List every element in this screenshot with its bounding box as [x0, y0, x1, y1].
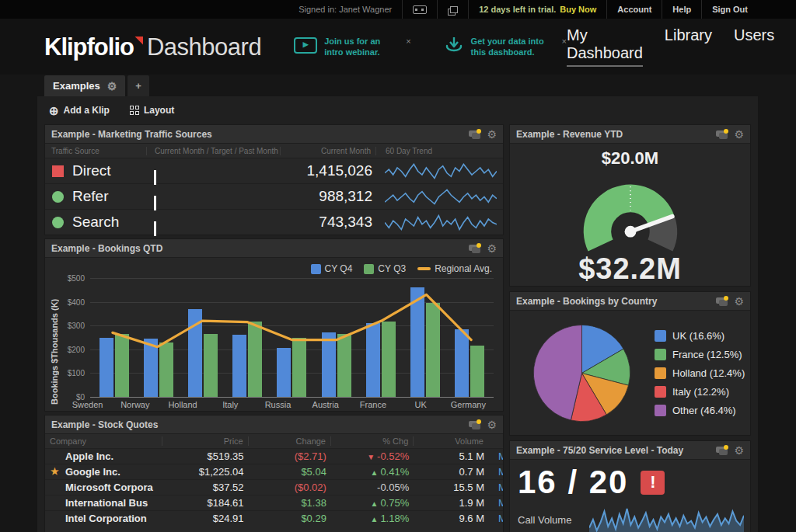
nav-my-dashboard[interactable]: My Dashboard: [567, 26, 643, 67]
add-klip-icon: ⊕: [49, 105, 59, 116]
data-promo-link[interactable]: Get your data into this dashboard. ×: [444, 36, 567, 58]
col-60-day-trend: 60 Day Trend: [375, 147, 503, 155]
stock-volume: 1.9 M: [414, 497, 489, 509]
widget-gear-icon[interactable]: ⚙: [487, 243, 497, 254]
stock-change: $1.38: [249, 497, 331, 509]
trend-sparkline: [375, 161, 503, 182]
add-klip-label: Add a Klip: [64, 105, 110, 116]
stock-row: ★Google Inc.$1,225.04$5.04▲0.41%0.7 MMor…: [45, 464, 503, 479]
stock-company: International Bus: [45, 497, 162, 509]
x-tick-label: Germany: [445, 400, 492, 411]
nav-library[interactable]: Library: [665, 26, 712, 47]
y-axis-ticks: $500$400$300$200$100$0: [62, 278, 90, 397]
account-link[interactable]: Account: [606, 0, 662, 19]
widget-bookings-by-country: Example - Bookings by Country ⚙ UK (16.6…: [509, 291, 751, 436]
webinar-promo-close-icon[interactable]: ×: [406, 36, 410, 47]
tab-examples[interactable]: Examples ⚙: [44, 75, 125, 96]
stock-company: Microsoft Corpora: [45, 482, 162, 493]
windows-button[interactable]: [437, 0, 468, 19]
widget-bookings-qtd: Example - Bookings QTD ⚙ CY Q4CY Q3Regio…: [44, 238, 504, 412]
comments-icon[interactable]: [469, 419, 481, 429]
legend-swatch-icon: [655, 330, 666, 342]
nav-users[interactable]: Users: [734, 26, 774, 47]
screen-icon: [413, 5, 427, 14]
traffic-source-row: Direct1,415,026: [45, 158, 503, 183]
klipfolio-logo[interactable]: Klipfolio Dashboard: [44, 35, 261, 59]
comments-icon[interactable]: [716, 129, 728, 139]
widget-header[interactable]: Example - Marketing Traffic Sources ⚙: [45, 125, 503, 144]
dashboard-tabs: Examples ⚙ +: [0, 75, 796, 96]
x-tick-label: Russia: [254, 400, 302, 411]
comments-icon[interactable]: [716, 296, 728, 306]
comments-icon[interactable]: [716, 445, 728, 455]
trend-sparkline: [375, 186, 503, 207]
tab-examples-label: Examples: [53, 80, 100, 92]
pie-legend-item: France (12.5%): [655, 349, 745, 360]
stock-row: Microsoft Corpora$37.52($0.02)-0.05%15.5…: [45, 479, 503, 495]
stock-more-link[interactable]: More...: [489, 513, 503, 524]
stock-more-link[interactable]: More...: [489, 466, 503, 478]
download-icon: [444, 36, 464, 56]
webinar-promo-link[interactable]: ▶ Join us for an intro webinar. ×: [294, 36, 410, 58]
widget-gear-icon[interactable]: ⚙: [487, 419, 497, 430]
widget-header[interactable]: Example - 75/20 Service Level - Today ⚙: [510, 441, 750, 460]
stock-change: ($0.02): [249, 482, 331, 493]
sign-out-link[interactable]: Sign Out: [701, 0, 758, 19]
stock-pct-change: ▲0.41%: [331, 466, 414, 478]
stock-price: $1,225.04: [162, 466, 248, 478]
stock-row: Intel Corporation$24.91$0.29▲1.18%9.6 MM…: [45, 510, 503, 526]
buy-now-link[interactable]: Buy Now: [560, 5, 596, 14]
stock-more-link[interactable]: More...: [489, 450, 503, 462]
signed-in-text: Signed in: Janet Wagner: [288, 0, 402, 19]
add-tab-button[interactable]: +: [127, 75, 149, 96]
stock-volume: 15.5 M: [414, 482, 489, 493]
legend-swatch-icon: [417, 267, 431, 270]
col-volume: Volume: [413, 436, 488, 446]
help-link[interactable]: Help: [662, 0, 701, 19]
panel-toolbar: ⊕ Add a Klip Layout: [44, 96, 751, 124]
widget-header[interactable]: Example - Stock Quotes ⚙: [45, 416, 503, 434]
col-traffic-source: Traffic Source: [45, 147, 146, 155]
current-month-value: 1,415,026: [280, 162, 375, 179]
x-tick-label: Sweden: [64, 400, 111, 411]
widget-gear-icon[interactable]: ⚙: [487, 129, 497, 140]
y-tick-label: $300: [68, 322, 85, 330]
widget-title: Example - Bookings by Country: [516, 296, 657, 307]
widget-service-level: Example - 75/20 Service Level - Today ⚙ …: [509, 440, 751, 532]
widget-grid: Example - Marketing Traffic Sources ⚙ Tr…: [44, 124, 751, 532]
y-tick-label: $500: [68, 274, 85, 283]
stock-row: International Bus$184.61$1.38▲0.75%1.9 M…: [45, 495, 503, 510]
trial-text: 12 days left in trial.: [479, 5, 556, 14]
y-tick-label: $200: [68, 345, 85, 353]
col-company: Company: [45, 436, 162, 446]
widget-stock-quotes: Example - Stock Quotes ⚙ Company Price C…: [44, 415, 504, 532]
stock-price: $184.61: [162, 497, 248, 509]
widget-header[interactable]: Example - Bookings by Country ⚙: [510, 292, 750, 311]
x-tick-label: Italy: [207, 400, 254, 411]
layout-button[interactable]: Layout: [130, 105, 174, 116]
stock-more-link[interactable]: More...: [489, 482, 503, 493]
webinar-promo-text: Join us for an intro webinar.: [324, 36, 399, 58]
add-a-klip-button[interactable]: ⊕ Add a Klip: [49, 105, 110, 116]
top-bar: Signed in: Janet Wagner 12 days left in …: [0, 0, 796, 19]
widget-header[interactable]: Example - Revenue YTD ⚙: [510, 125, 750, 144]
comments-icon[interactable]: [469, 129, 481, 139]
display-mode-button[interactable]: [402, 0, 437, 19]
stock-change: ($2.71): [249, 450, 331, 462]
widget-gear-icon[interactable]: ⚙: [734, 445, 744, 456]
legend-swatch-icon: [364, 264, 374, 274]
series-swatch-icon: [52, 217, 64, 228]
widget-title: Example - Marketing Traffic Sources: [51, 129, 212, 140]
widget-gear-icon[interactable]: ⚙: [734, 129, 744, 140]
widget-gear-icon[interactable]: ⚙: [734, 296, 744, 307]
legend-swatch-icon: [655, 405, 666, 416]
pie-legend-item: Holland (12.4%): [655, 367, 745, 379]
stock-company: Intel Corporation: [45, 513, 162, 524]
stock-more-link[interactable]: More...: [489, 497, 503, 509]
comments-icon[interactable]: [469, 243, 481, 253]
widget-title: Example - Stock Quotes: [51, 419, 158, 430]
tab-gear-icon[interactable]: ⚙: [107, 81, 117, 92]
stock-price: $37.52: [162, 482, 248, 493]
widget-header[interactable]: Example - Bookings QTD ⚙: [45, 239, 503, 258]
pie-legend-item: Other (46.4%): [655, 405, 745, 416]
